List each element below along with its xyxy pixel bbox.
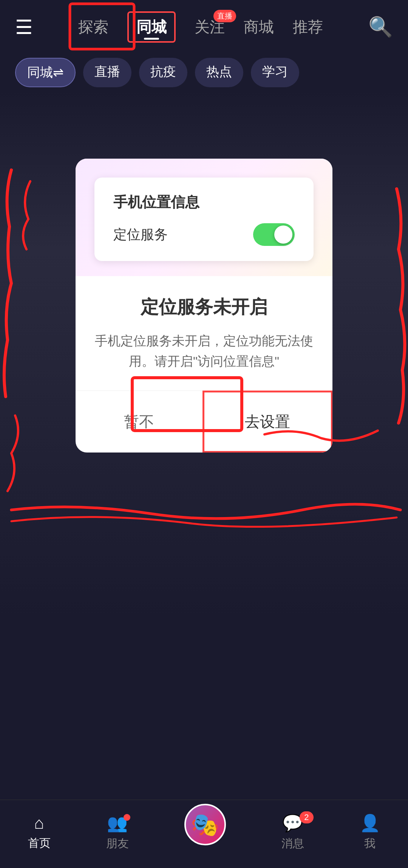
sub-pill-local[interactable]: 同城⇌	[15, 58, 76, 87]
messages-badge: 2	[300, 811, 313, 823]
sub-pill-antiepidemic[interactable]: 抗疫	[139, 58, 187, 87]
location-card-title: 手机位置信息	[113, 193, 295, 212]
dialog-body: 定位服务未开启 手机定位服务未开启，定位功能无法使用。请开启"访问位置信息"	[76, 276, 332, 372]
bottom-tab-center[interactable]: 🎭	[184, 804, 226, 845]
sub-pill-hotspot[interactable]: 热点	[195, 58, 243, 87]
nav-tab-local-wrapper: 同城	[127, 11, 176, 43]
sub-pill-study[interactable]: 学习	[251, 58, 299, 87]
nav-tab-follow-wrapper: 关注 直播	[195, 17, 225, 37]
live-badge: 直播	[213, 10, 236, 22]
location-dialog: 手机位置信息 定位服务 定位服务未开启 手机定位服务未开启，定位功能无法使用。请…	[76, 159, 332, 453]
bottom-tab-friends-label: 朋友	[106, 836, 129, 851]
nav-tab-local[interactable]: 同城	[136, 19, 167, 35]
bottom-tab-me-label: 我	[364, 836, 376, 851]
bottom-tab-messages[interactable]: 💬 消息 2	[281, 813, 304, 851]
sub-navigation: 同城⇌ 直播 抗疫 热点 学习	[0, 50, 408, 95]
center-avatar: 🎭	[184, 804, 226, 845]
nav-tab-mall[interactable]: 商城	[244, 17, 274, 37]
toggle-label: 定位服务	[113, 225, 168, 244]
top-navigation: ☰ 探索 同城 关注 直播 商城 推荐 🔍	[0, 0, 408, 50]
dialog-cancel-button[interactable]: 暂不	[76, 391, 203, 453]
menu-icon[interactable]: ☰	[15, 16, 33, 39]
location-toggle-row: 定位服务	[113, 223, 295, 246]
dialog-top-section: 手机位置信息 定位服务	[76, 159, 332, 276]
dialog-confirm-button[interactable]: 去设置	[202, 391, 333, 453]
location-toggle[interactable]	[253, 223, 295, 246]
bottom-navigation: ⌂ 首页 👥 朋友 🎭 💬 消息 2 👤 我	[0, 800, 408, 868]
search-icon[interactable]: 🔍	[368, 15, 393, 39]
bottom-tab-home[interactable]: ⌂ 首页	[28, 814, 51, 851]
bottom-tab-home-label: 首页	[28, 836, 51, 851]
bottom-tab-messages-label: 消息	[281, 836, 304, 851]
nav-tab-recommend[interactable]: 推荐	[293, 17, 323, 37]
toggle-knob	[274, 225, 292, 244]
nav-tab-explore[interactable]: 探索	[78, 17, 108, 37]
location-card: 手机位置信息 定位服务	[94, 178, 314, 261]
dialog-message: 手机定位服务未开启，定位功能无法使用。请开启"访问位置信息"	[94, 331, 314, 372]
dialog-title: 定位服务未开启	[94, 295, 314, 319]
nav-tabs: 探索 同城 关注 直播 商城 推荐	[33, 11, 368, 43]
dialog-actions: 暂不 去设置	[76, 391, 332, 453]
friends-notification-dot	[124, 814, 130, 821]
sub-pill-live[interactable]: 直播	[83, 58, 131, 87]
bottom-tab-friends[interactable]: 👥 朋友	[106, 813, 129, 851]
bottom-tab-me[interactable]: 👤 我	[360, 813, 380, 851]
